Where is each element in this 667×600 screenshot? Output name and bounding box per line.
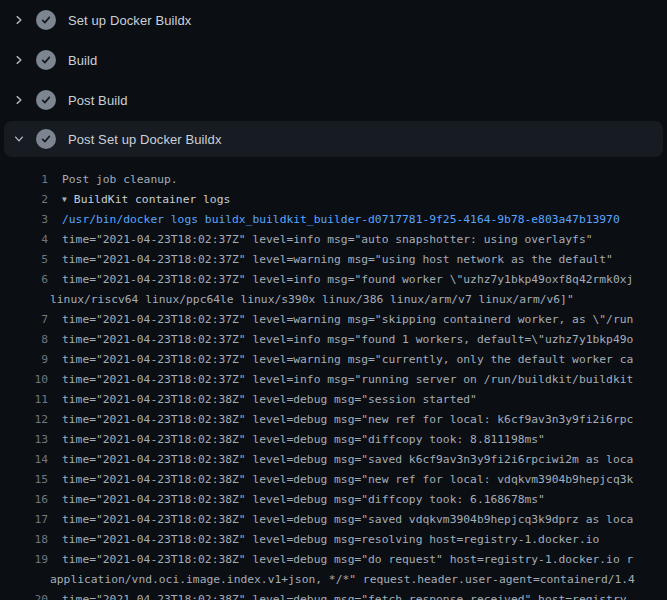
line-number[interactable]: 18 (0, 530, 48, 550)
chevron-right-icon (12, 13, 26, 27)
line-number[interactable]: 7 (0, 310, 48, 330)
line-number[interactable]: 15 (0, 470, 48, 490)
log-panel: 1 Post job cleanup. 2 ▼BuildKit containe… (0, 160, 667, 600)
line-number (0, 290, 48, 310)
log-text: Post job cleanup. (48, 170, 178, 190)
line-number[interactable]: 2 (0, 190, 48, 210)
log-line: 15 time="2021-04-23T18:02:38Z" level=deb… (0, 470, 667, 490)
step-row-post-set-up-docker-buildx[interactable]: Post Set up Docker Buildx (4, 121, 663, 157)
log-text: time="2021-04-23T18:02:37Z" level=warnin… (48, 350, 633, 370)
collapse-triangle-icon[interactable]: ▼ (62, 190, 67, 210)
line-number[interactable]: 1 (0, 170, 48, 190)
step-label: Build (68, 53, 97, 68)
check-circle-icon (36, 129, 56, 149)
log-line-wrap: application/vnd.oci.image.index.v1+json,… (0, 570, 667, 590)
step-label: Set up Docker Buildx (68, 13, 191, 28)
line-number[interactable]: 14 (0, 450, 48, 470)
line-number[interactable]: 8 (0, 330, 48, 350)
log-line: 18 time="2021-04-23T18:02:38Z" level=deb… (0, 530, 667, 550)
line-number[interactable]: 11 (0, 390, 48, 410)
check-circle-icon (36, 50, 56, 70)
log-line: 4 time="2021-04-23T18:02:37Z" level=info… (0, 230, 667, 250)
log-text: time="2021-04-23T18:02:38Z" level=debug … (48, 510, 633, 530)
log-line: 20 time="2021-04-23T18:02:38Z" level=deb… (0, 590, 667, 600)
chevron-right-icon (12, 93, 26, 107)
log-text: application/vnd.oci.image.index.v1+json,… (48, 570, 635, 590)
step-row-build[interactable]: Build (0, 40, 667, 80)
log-text: time="2021-04-23T18:02:37Z" level=warnin… (48, 310, 633, 330)
step-label: Post Build (68, 93, 128, 108)
line-number[interactable]: 4 (0, 230, 48, 250)
log-text: time="2021-04-23T18:02:38Z" level=debug … (48, 490, 545, 510)
chevron-right-icon (12, 53, 26, 67)
log-line: 8 time="2021-04-23T18:02:37Z" level=info… (0, 330, 667, 350)
log-text: time="2021-04-23T18:02:38Z" level=debug … (48, 430, 545, 450)
line-number[interactable]: 10 (0, 370, 48, 390)
log-text: time="2021-04-23T18:02:37Z" level=info m… (48, 270, 633, 290)
log-line: 9 time="2021-04-23T18:02:37Z" level=warn… (0, 350, 667, 370)
line-number[interactable]: 17 (0, 510, 48, 530)
check-circle-icon (36, 90, 56, 110)
log-text: time="2021-04-23T18:02:38Z" level=debug … (48, 470, 633, 490)
log-line: 13 time="2021-04-23T18:02:38Z" level=deb… (0, 430, 667, 450)
log-text: time="2021-04-23T18:02:37Z" level=warnin… (48, 250, 613, 270)
step-row-set-up-docker-buildx[interactable]: Set up Docker Buildx (0, 0, 667, 40)
log-text: time="2021-04-23T18:02:37Z" level=info m… (48, 330, 633, 350)
log-line: 17 time="2021-04-23T18:02:38Z" level=deb… (0, 510, 667, 530)
actions-log-viewer: Set up Docker Buildx Build Post Build (0, 0, 667, 600)
chevron-down-icon (12, 132, 26, 146)
line-number[interactable]: 19 (0, 550, 48, 570)
log-line: 6 time="2021-04-23T18:02:37Z" level=info… (0, 270, 667, 290)
log-line: 5 time="2021-04-23T18:02:37Z" level=warn… (0, 250, 667, 270)
log-command-text: /usr/bin/docker logs buildx_buildkit_bui… (48, 210, 620, 230)
log-group-title: BuildKit container logs (74, 193, 230, 206)
line-number (0, 570, 48, 590)
line-number[interactable]: 6 (0, 270, 48, 290)
log-text: time="2021-04-23T18:02:37Z" level=info m… (48, 230, 593, 250)
step-list: Set up Docker Buildx Build Post Build (0, 0, 667, 157)
log-line-command: 3 /usr/bin/docker logs buildx_buildkit_b… (0, 210, 667, 230)
line-number[interactable]: 5 (0, 250, 48, 270)
log-text: time="2021-04-23T18:02:38Z" level=debug … (48, 450, 633, 470)
log-text: time="2021-04-23T18:02:37Z" level=info m… (48, 370, 633, 390)
log-text: time="2021-04-23T18:02:38Z" level=debug … (48, 410, 633, 430)
line-number[interactable]: 9 (0, 350, 48, 370)
log-line: 10 time="2021-04-23T18:02:37Z" level=inf… (0, 370, 667, 390)
log-text: time="2021-04-23T18:02:38Z" level=debug … (48, 530, 599, 550)
log-line: 12 time="2021-04-23T18:02:38Z" level=deb… (0, 410, 667, 430)
line-number[interactable]: 16 (0, 490, 48, 510)
log-line: 7 time="2021-04-23T18:02:37Z" level=warn… (0, 310, 667, 330)
log-text: linux/riscv64 linux/ppc64le linux/s390x … (48, 290, 574, 310)
log-text: time="2021-04-23T18:02:38Z" level=debug … (48, 590, 633, 600)
log-line: 19 time="2021-04-23T18:02:38Z" level=deb… (0, 550, 667, 570)
log-line-group-toggle[interactable]: 2 ▼BuildKit container logs (0, 190, 667, 210)
log-text: time="2021-04-23T18:02:38Z" level=debug … (48, 390, 477, 410)
log-group-header[interactable]: ▼BuildKit container logs (48, 190, 230, 210)
line-number[interactable]: 20 (0, 590, 48, 600)
step-row-post-build[interactable]: Post Build (0, 80, 667, 120)
log-line: 16 time="2021-04-23T18:02:38Z" level=deb… (0, 490, 667, 510)
log-line: 14 time="2021-04-23T18:02:38Z" level=deb… (0, 450, 667, 470)
line-number[interactable]: 3 (0, 210, 48, 230)
line-number[interactable]: 12 (0, 410, 48, 430)
check-circle-icon (36, 10, 56, 30)
log-line-wrap: linux/riscv64 linux/ppc64le linux/s390x … (0, 290, 667, 310)
log-line: 1 Post job cleanup. (0, 170, 667, 190)
log-line: 11 time="2021-04-23T18:02:38Z" level=deb… (0, 390, 667, 410)
step-label: Post Set up Docker Buildx (68, 132, 222, 147)
log-text: time="2021-04-23T18:02:38Z" level=debug … (48, 550, 633, 570)
line-number[interactable]: 13 (0, 430, 48, 450)
